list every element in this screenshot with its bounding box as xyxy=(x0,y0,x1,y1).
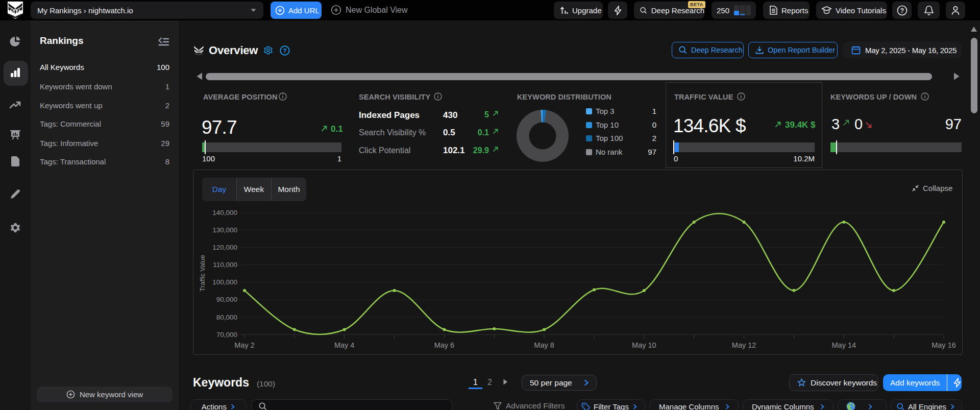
svg-text:May 10: May 10 xyxy=(632,341,656,349)
svg-text:May 16: May 16 xyxy=(932,341,956,349)
svg-text:140,000: 140,000 xyxy=(212,209,237,216)
svg-text:80,000: 80,000 xyxy=(216,313,237,321)
svg-text:120,000: 120,000 xyxy=(212,244,237,251)
svg-text:110,000: 110,000 xyxy=(213,261,237,269)
svg-text:May 4: May 4 xyxy=(334,341,355,349)
svg-text:May 14: May 14 xyxy=(832,341,856,349)
svg-text:May 12: May 12 xyxy=(732,341,756,349)
svg-text:?: ? xyxy=(283,47,286,54)
svg-text:70,000: 70,000 xyxy=(216,331,237,339)
svg-text:May 2: May 2 xyxy=(234,341,255,349)
svg-text:130,000: 130,000 xyxy=(212,226,237,234)
svg-text:May 6: May 6 xyxy=(434,341,455,349)
svg-text:Traffic Value: Traffic Value xyxy=(199,255,206,291)
svg-text:100,000: 100,000 xyxy=(212,278,237,286)
svg-text:May 8: May 8 xyxy=(534,341,554,349)
svg-text:?: ? xyxy=(900,7,903,14)
svg-text:90,000: 90,000 xyxy=(216,296,237,303)
